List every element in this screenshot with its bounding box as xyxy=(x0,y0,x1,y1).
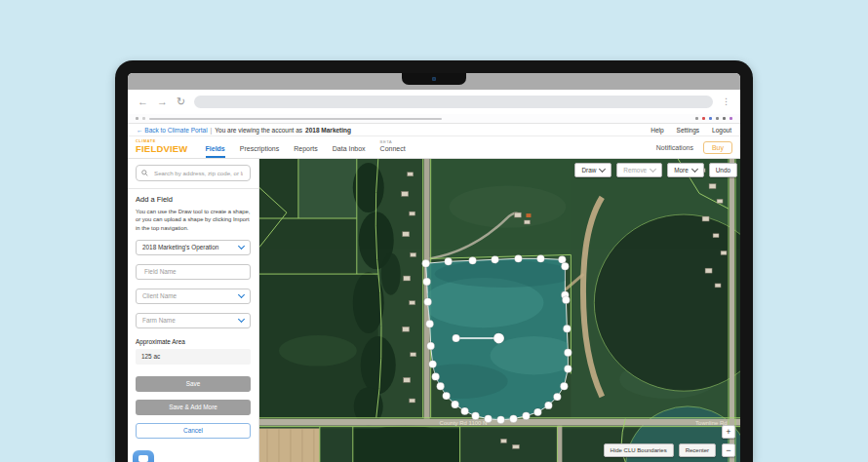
mini-extension-icon xyxy=(723,117,726,120)
zoom-out-button[interactable]: − xyxy=(722,443,735,457)
farm-name-select[interactable]: Farm Name xyxy=(136,313,251,328)
mini-browser-toolbar xyxy=(128,114,740,124)
zoom-in-button[interactable]: + xyxy=(722,425,735,439)
map-toolbar: Draw Remove More Undo xyxy=(574,163,737,177)
chevron-down-icon xyxy=(691,166,698,173)
chat-bubble-icon xyxy=(138,455,148,462)
add-field-title: Add a Field xyxy=(136,195,251,204)
search-icon xyxy=(141,170,148,176)
beta-badge: BETA xyxy=(380,139,406,144)
help-link[interactable]: Help xyxy=(651,127,663,134)
fieldview-logo[interactable]: CLIMATE FIELDVIEW xyxy=(136,136,188,158)
map-area[interactable]: County Rd 1100 NTownline Rd Draw Remove xyxy=(259,159,740,462)
orange-roof-building xyxy=(526,213,531,217)
nav-tabs: Fields Prescriptions Reports Data Inbox … xyxy=(206,136,406,158)
draw-button[interactable]: Draw xyxy=(574,163,612,177)
chevron-down-icon xyxy=(238,316,245,323)
banner-separator: | xyxy=(211,127,213,134)
chevron-down-icon xyxy=(238,291,245,298)
back-to-climate-portal-link[interactable]: ← Back to Climate Portal xyxy=(137,127,208,134)
app-navbar: CLIMATE FIELDVIEW Fields Prescriptions R… xyxy=(128,136,740,159)
reload-icon[interactable]: ↻ xyxy=(177,96,185,107)
mini-url-text xyxy=(149,118,442,120)
cancel-button[interactable]: Cancel xyxy=(136,423,251,439)
mini-avatar xyxy=(730,117,732,120)
account-name: 2018 Marketing xyxy=(305,127,351,134)
forward-icon[interactable]: → xyxy=(157,96,168,107)
back-icon[interactable]: ← xyxy=(138,96,148,107)
remove-button[interactable]: Remove xyxy=(616,163,662,177)
client-name-select[interactable]: Client Name xyxy=(136,289,251,304)
chevron-down-icon xyxy=(599,166,606,173)
notifications-link[interactable]: Notifications xyxy=(656,144,693,151)
road-right xyxy=(730,159,734,462)
chevron-down-icon xyxy=(650,166,656,173)
field-name-input[interactable] xyxy=(142,267,244,276)
mini-extension-icon xyxy=(716,117,719,120)
chat-widget-button[interactable] xyxy=(133,450,154,462)
account-banner: ← Back to Climate Portal | You are viewi… xyxy=(128,124,740,136)
save-button[interactable]: Save xyxy=(136,376,251,392)
hide-clu-boundaries-button[interactable]: Hide CLU Boundaries xyxy=(604,443,674,457)
tab-data-inbox[interactable]: Data Inbox xyxy=(333,136,366,158)
mini-extension-icon xyxy=(702,117,705,120)
operation-select[interactable]: 2018 Marketing's Operation xyxy=(136,240,251,255)
sidebar-divider xyxy=(128,188,258,189)
mini-extension-icon xyxy=(709,117,712,120)
tab-reports[interactable]: Reports xyxy=(294,136,318,158)
url-bar[interactable] xyxy=(194,96,713,108)
mini-bookmark-icon xyxy=(695,117,698,120)
search-input[interactable] xyxy=(152,169,245,177)
mini-back-icon xyxy=(136,117,138,120)
logout-link[interactable]: Logout xyxy=(712,127,731,134)
add-field-description: You can use the Draw tool to create a sh… xyxy=(136,208,251,232)
mini-reload-icon xyxy=(142,117,145,120)
sidebar: Add a Field You can use the Draw tool to… xyxy=(128,159,259,462)
laptop-screen: ← → ↻ ⋮ ← Back to Climate Portal xyxy=(128,73,740,462)
svg-text:County Rd 1100 N: County Rd 1100 N xyxy=(440,420,488,426)
chevron-down-icon xyxy=(238,243,245,250)
approximate-area-value: 125 ac xyxy=(136,349,251,365)
tab-prescriptions[interactable]: Prescriptions xyxy=(240,136,279,158)
satellite-map[interactable]: County Rd 1100 NTownline Rd xyxy=(259,159,740,462)
laptop-frame: ← → ↻ ⋮ ← Back to Climate Portal xyxy=(115,60,753,462)
settings-link[interactable]: Settings xyxy=(677,127,700,134)
buy-button[interactable]: Buy xyxy=(703,141,732,154)
viewing-account-text: You are viewing the account as xyxy=(215,127,302,134)
tab-fields[interactable]: Fields xyxy=(206,136,225,158)
recenter-button[interactable]: Recenter xyxy=(679,443,716,457)
browser-menu-icon[interactable]: ⋮ xyxy=(722,97,730,106)
logo-fieldview-text: FIELDVIEW xyxy=(136,144,188,154)
undo-button[interactable]: Undo xyxy=(709,163,737,177)
camera-dot xyxy=(432,77,436,81)
field-name-box xyxy=(136,264,251,280)
search-box xyxy=(136,165,251,181)
camera-notch xyxy=(402,73,466,85)
page-background: ← → ↻ ⋮ ← Back to Climate Portal xyxy=(0,0,868,462)
more-button[interactable]: More xyxy=(667,163,704,177)
tab-connect[interactable]: BETA Connect xyxy=(380,136,406,158)
browser-toolbar: ← → ↻ ⋮ xyxy=(128,90,740,114)
approximate-area-label: Approximate Area xyxy=(136,338,251,345)
save-add-more-button[interactable]: Save & Add More xyxy=(136,400,251,415)
